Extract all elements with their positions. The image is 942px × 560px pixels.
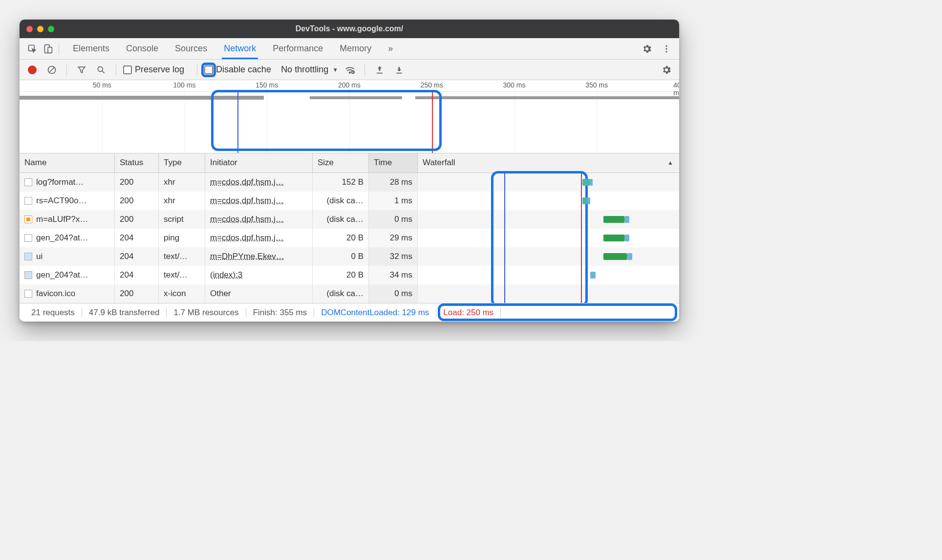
upload-har-icon[interactable] <box>372 62 387 78</box>
tab-sources[interactable]: Sources <box>173 39 209 59</box>
table-row[interactable]: log?format…200xhrm=cdos,dpf,hsm,j…152 B2… <box>20 173 679 192</box>
cell-status: 204 <box>115 229 159 247</box>
device-toggle-icon[interactable] <box>40 41 56 57</box>
doc-file-icon <box>24 197 32 205</box>
network-conditions-icon[interactable] <box>342 62 358 78</box>
tab-console[interactable]: Console <box>124 39 160 59</box>
request-name: m=aLUfP?x… <box>36 215 88 224</box>
initiator-link[interactable]: (index):3 <box>210 270 242 280</box>
col-time[interactable]: Time <box>369 153 418 172</box>
table-row[interactable]: m=aLUfP?x…200scriptm=cdos,dpf,hsm,j…(dis… <box>20 210 679 229</box>
clear-icon[interactable] <box>44 62 60 78</box>
cell-type: text/… <box>159 266 205 284</box>
status-finish: Finish: 355 ms <box>246 308 315 318</box>
svg-point-3 <box>665 45 667 46</box>
request-table: log?format…200xhrm=cdos,dpf,hsm,j…152 B2… <box>20 173 679 303</box>
initiator-link[interactable]: m=cdos,dpf,hsm,j… <box>210 196 284 206</box>
cell-status: 204 <box>115 247 159 266</box>
timeline-overview[interactable]: 50 ms100 ms150 ms200 ms250 ms300 ms350 m… <box>20 80 679 153</box>
maximize-icon[interactable] <box>48 26 54 32</box>
waterfall-cell <box>418 284 679 303</box>
sort-arrow-icon: ▲ <box>667 159 673 166</box>
doc-file-icon <box>24 290 32 298</box>
more-tabs-icon[interactable]: » <box>386 39 395 59</box>
script-file-icon <box>24 215 32 223</box>
cell-size: (disk ca… <box>313 210 369 229</box>
request-name: log?format… <box>36 177 84 187</box>
waterfall-cell <box>418 173 679 192</box>
network-settings-icon[interactable] <box>659 62 674 78</box>
tab-performance[interactable]: Performance <box>271 39 325 59</box>
request-name: gen_204?at… <box>36 270 88 280</box>
initiator-link[interactable]: m=cdos,dpf,hsm,j… <box>210 215 284 224</box>
status-requests: 21 requests <box>24 308 82 318</box>
filter-icon[interactable] <box>74 62 89 78</box>
devtools-window: DevTools - www.google.com/ ElementsConso… <box>20 20 679 322</box>
table-row[interactable]: ui204text/…m=DhPYme,Ekev…0 B32 ms <box>20 247 679 266</box>
svg-point-10 <box>349 72 351 73</box>
record-button[interactable] <box>24 62 40 78</box>
minimize-icon[interactable] <box>37 26 43 32</box>
initiator-link[interactable]: m=cdos,dpf,hsm,j… <box>210 233 284 243</box>
tab-elements[interactable]: Elements <box>71 39 111 59</box>
initiator-link[interactable]: m=DhPYme,Ekev… <box>210 252 284 261</box>
cell-type: x-icon <box>159 284 205 303</box>
waterfall-cell <box>418 210 679 229</box>
cell-time: 0 ms <box>369 210 418 229</box>
cell-time: 1 ms <box>369 192 418 210</box>
cell-status: 200 <box>115 192 159 210</box>
svg-line-9 <box>103 71 105 73</box>
status-transferred: 47.9 kB transferred <box>82 308 167 318</box>
cell-size: 20 B <box>313 266 369 284</box>
download-har-icon[interactable] <box>391 62 407 78</box>
disable-cache-checkbox[interactable]: Disable cache <box>204 65 271 75</box>
cell-time: 32 ms <box>369 247 418 266</box>
table-header: Name Status Type Initiator Size Time Wat… <box>20 153 679 173</box>
cell-type: ping <box>159 229 205 247</box>
cell-type: xhr <box>159 192 205 210</box>
settings-icon[interactable] <box>639 41 655 57</box>
cell-type: xhr <box>159 173 205 192</box>
cell-time: 29 ms <box>369 229 418 247</box>
request-name: gen_204?at… <box>36 233 88 243</box>
table-row[interactable]: gen_204?at…204text/…(index):320 B34 ms <box>20 266 679 284</box>
initiator-link[interactable]: m=cdos,dpf,hsm,j… <box>210 177 284 187</box>
status-resources: 1.7 MB resources <box>167 308 246 318</box>
col-initiator[interactable]: Initiator <box>205 153 313 172</box>
col-size[interactable]: Size <box>313 153 369 172</box>
table-row[interactable]: favicon.ico200x-iconOther(disk ca…0 ms <box>20 284 679 303</box>
col-waterfall[interactable]: Waterfall ▲ <box>418 153 679 172</box>
table-row[interactable]: gen_204?at…204pingm=cdos,dpf,hsm,j…20 B2… <box>20 229 679 247</box>
request-name: ui <box>36 252 43 261</box>
waterfall-cell <box>418 229 679 247</box>
request-name: favicon.ico <box>36 289 75 299</box>
col-status[interactable]: Status <box>115 153 159 172</box>
svg-point-8 <box>98 66 103 71</box>
tab-network[interactable]: Network <box>222 39 258 59</box>
svg-line-7 <box>49 67 54 72</box>
cell-status: 200 <box>115 210 159 229</box>
initiator-link: Other <box>210 289 231 299</box>
throttling-label: No throttling <box>281 65 328 75</box>
more-icon[interactable] <box>659 41 674 57</box>
inspect-icon[interactable] <box>24 41 40 57</box>
doc-file-icon <box>24 234 32 242</box>
tab-memory[interactable]: Memory <box>338 39 373 59</box>
window-controls <box>26 26 54 32</box>
search-icon[interactable] <box>93 62 109 78</box>
img-file-icon <box>24 271 32 279</box>
panel-tabbar: ElementsConsoleSourcesNetworkPerformance… <box>20 38 679 60</box>
col-name[interactable]: Name <box>20 153 115 172</box>
cell-size: 152 B <box>313 173 369 192</box>
img-file-icon <box>24 253 32 260</box>
doc-file-icon <box>24 178 32 186</box>
svg-point-5 <box>665 51 667 52</box>
waterfall-label: Waterfall <box>423 158 455 167</box>
cell-status: 204 <box>115 266 159 284</box>
preserve-log-checkbox[interactable]: Preserve log <box>123 65 184 75</box>
table-row[interactable]: rs=ACT90o…200xhrm=cdos,dpf,hsm,j…(disk c… <box>20 192 679 210</box>
col-type[interactable]: Type <box>159 153 205 172</box>
close-icon[interactable] <box>26 26 33 32</box>
status-domcontentloaded: DOMContentLoaded: 129 ms <box>314 308 436 318</box>
throttling-select[interactable]: No throttling ▼ <box>281 65 338 75</box>
